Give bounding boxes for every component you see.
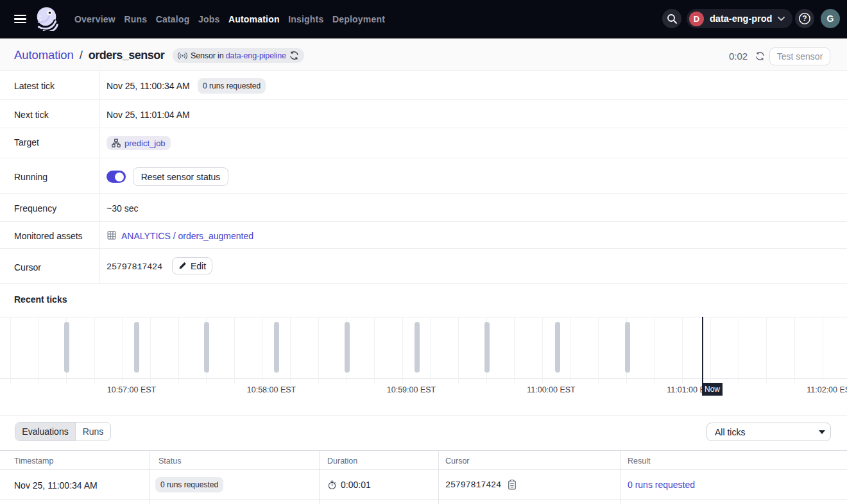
svg-text:?: ? xyxy=(802,14,807,23)
